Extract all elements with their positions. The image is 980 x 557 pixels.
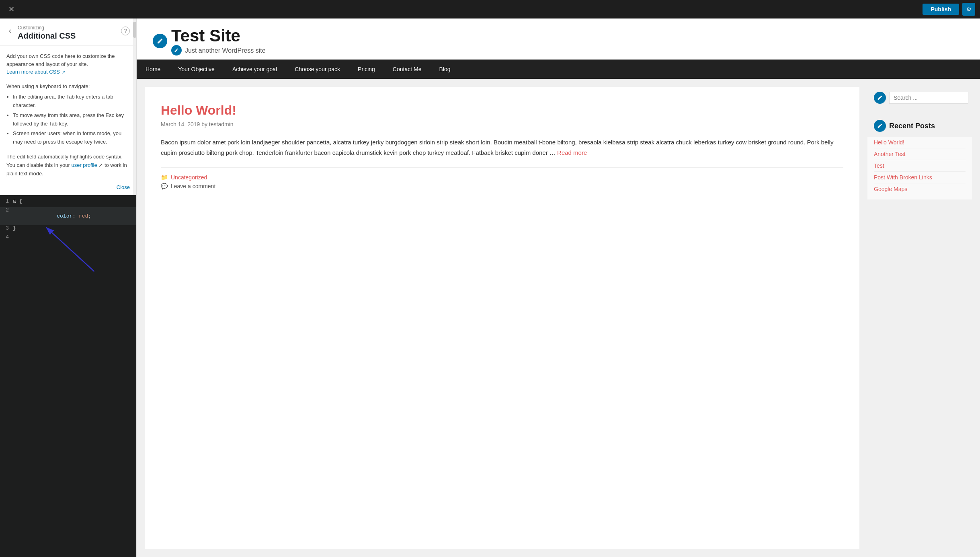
site-header: Test Site Just another WordPress site [137,18,980,60]
line-number-2: 2 [0,207,13,213]
nav-item-pack[interactable]: Choose your pack [286,60,349,79]
site-title-block: Test Site Just another WordPress site [171,27,266,55]
user-profile-link[interactable]: user profile [71,162,98,168]
site-name-edit-icon[interactable] [153,34,167,48]
keyboard-info: When using a keyboard to navigate: In th… [0,82,136,153]
recent-post-4[interactable]: Post With Broken Links [874,172,966,183]
search-widget-bar [867,87,972,109]
recent-posts-list: Hello World! Another Test Test Post With… [867,137,972,199]
settings-button[interactable]: ⚙ [962,3,975,16]
pencil-svg [157,38,163,44]
pencil-svg-small [174,48,179,53]
line-content-1: a { [13,198,26,204]
search-widget [867,87,972,109]
site-name: Test Site [171,27,266,45]
back-button[interactable]: ‹ [6,26,14,36]
learn-css-link[interactable]: Learn more about CSS ↗ [6,69,65,75]
css-code-editor[interactable]: 1 a { 2 color: red; 3 } 4 [0,195,136,557]
read-more-link[interactable]: Read more [557,149,587,156]
code-line-2: 2 color: red; [0,207,136,225]
main-layout: ‹ Customizing Additional CSS ? Add your … [0,18,980,557]
top-bar: ✕ Publish ⚙ [0,0,980,18]
main-post-content: Hello World! March 14, 2019 by testadmin… [145,87,859,549]
comment-icon: 💬 [161,183,168,189]
post-footer: 📁 Uncategorized 💬 Leave a comment [161,167,843,189]
external-link-icon: ↗ [62,70,65,74]
keyboard-title: When using a keyboard to navigate: [6,82,130,91]
pencil-svg-recent [877,123,883,129]
line-number-1: 1 [0,198,13,204]
close-link[interactable]: Close [0,183,136,195]
nav-item-objective[interactable]: Your Objective [169,60,223,79]
line-content-2: color: red; [13,207,95,225]
keyboard-tip-2: To move away from this area, press the E… [13,111,130,128]
leave-comment-link[interactable]: Leave a comment [171,183,215,189]
site-tagline: Just another WordPress site [185,47,266,54]
recent-posts-title: Recent Posts [889,122,935,130]
search-input[interactable] [889,92,968,104]
recent-posts-widget: Recent Posts Hello World! Another Test T… [867,115,972,199]
pencil-svg-search [877,95,883,101]
nav-item-home[interactable]: Home [137,60,169,79]
post-category-link[interactable]: Uncategorized [171,174,207,181]
post-comment-row: 💬 Leave a comment [161,183,843,189]
user-profile-label: user profile [71,162,97,168]
customizing-label: Customizing [18,25,117,31]
search-widget-edit-icon[interactable] [874,92,886,104]
code-line-1: 1 a { [0,198,136,207]
recent-post-1[interactable]: Hello World! [874,137,966,148]
code-line-3: 3 } [0,225,136,234]
sidebar-title-block: Customizing Additional CSS [18,25,117,41]
line-number-3: 3 [0,225,13,231]
post-category-row: 📁 Uncategorized [161,174,843,181]
post-excerpt-text: Bacon ipsum dolor amet pork loin landjae… [161,139,833,156]
nav-item-contact[interactable]: Contact Me [384,60,431,79]
line-number-4: 4 [0,234,13,240]
nav-item-blog[interactable]: Blog [430,60,459,79]
content-wrapper: Hello World! March 14, 2019 by testadmin… [137,79,980,557]
arrow-icon: ↗ [98,162,103,168]
sidebar-header: ‹ Customizing Additional CSS ? [0,18,136,46]
recent-posts-edit-icon[interactable] [874,120,886,132]
sidebar-title: Additional CSS [18,31,117,41]
recent-post-3[interactable]: Test [874,160,966,172]
keyboard-tip-3: Screen reader users: when in forms mode,… [13,129,130,146]
publish-button[interactable]: Publish [923,4,959,15]
widget-area: Recent Posts Hello World! Another Test T… [867,87,972,549]
help-button[interactable]: ? [121,27,130,35]
description-text: Add your own CSS code here to customize … [6,53,115,67]
site-nav: Home Your Objective Achieve your goal Ch… [137,60,980,79]
line-content-3: } [13,225,20,231]
post-excerpt: Bacon ipsum dolor amet pork loin landjae… [161,137,843,158]
post-meta: March 14, 2019 by testadmin [161,121,843,127]
recent-post-5[interactable]: Google Maps [874,183,966,195]
tagline-edit-icon[interactable] [171,45,182,55]
folder-icon: 📁 [161,174,168,181]
keyboard-tip-1: In the editing area, the Tab key enters … [13,93,130,110]
learn-link-text: Learn more about CSS [6,69,60,75]
sidebar: ‹ Customizing Additional CSS ? Add your … [0,18,137,557]
close-button[interactable]: ✕ [5,3,18,16]
preview-area: Test Site Just another WordPress site Ho… [137,18,980,557]
recent-posts-title-bar: Recent Posts [867,115,972,137]
post-title: Hello World! [161,103,843,118]
code-line-4: 4 [0,234,136,243]
extra-info: The edit field automatically highlights … [0,153,136,183]
nav-item-pricing[interactable]: Pricing [349,60,384,79]
keyboard-tips-list: In the editing area, the Tab key enters … [6,93,130,146]
recent-post-2[interactable]: Another Test [874,148,966,160]
sidebar-description: Add your own CSS code here to customize … [0,46,136,82]
nav-item-achieve[interactable]: Achieve your goal [223,60,286,79]
code-lines: 1 a { 2 color: red; 3 } 4 [0,195,136,246]
